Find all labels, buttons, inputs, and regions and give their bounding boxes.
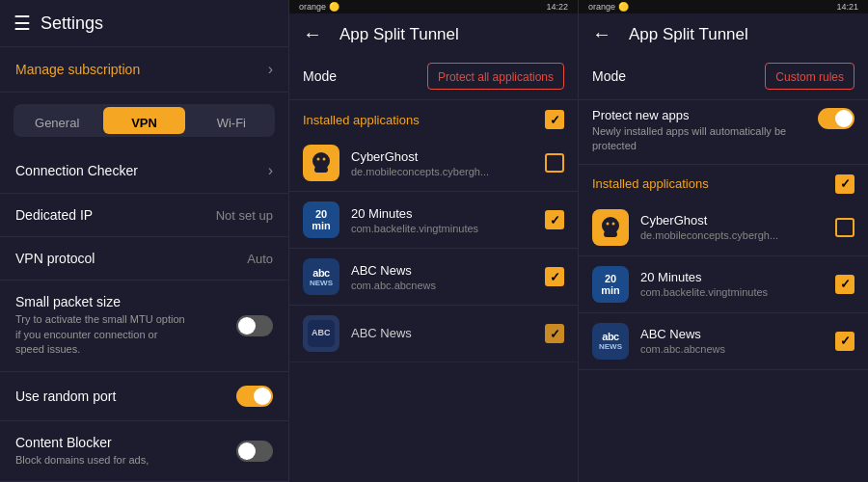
random-port-item: Use random port xyxy=(0,372,288,421)
small-packet-toggle[interactable] xyxy=(236,315,273,336)
split-back-icon-3[interactable]: ← xyxy=(592,23,611,45)
protect-new-apps-text: Protect new apps Newly installed apps wi… xyxy=(592,108,810,154)
status-bar-3: orange 🟡 14:21 xyxy=(579,0,868,13)
small-packet-sub: Try to activate the small MTU option if … xyxy=(15,312,189,357)
svg-point-10 xyxy=(607,222,610,225)
section-header-row-2: Installed applications ✓ xyxy=(289,100,578,135)
cyberghost-checkbox-2[interactable] xyxy=(545,153,564,173)
settings-panel: ☰ Settings Manage subscription › General… xyxy=(0,0,289,482)
20min-checkbox-2[interactable]: ✓ xyxy=(545,210,564,229)
split-back-icon-2[interactable]: ← xyxy=(303,23,322,45)
mode-label-2: Mode xyxy=(303,68,337,84)
app-row-abcnews-2: abc NEWS ABC News com.abc.abcnews ✓ xyxy=(289,249,578,306)
app-row-cyberghost-3: CyberGhost de.mobileconcepts.cybergh... xyxy=(579,200,868,256)
tab-vpn[interactable]: VPN xyxy=(103,107,184,134)
status-bar-2: orange 🟡 14:22 xyxy=(289,0,578,13)
small-packet-toggle-thumb xyxy=(238,317,256,335)
20min-icon-3: 20min xyxy=(592,266,629,303)
20min-info-3: 20 Minutes com.backelite.vingtminutes xyxy=(640,270,835,298)
time-3: 14:21 xyxy=(836,2,858,12)
protect-new-apps-row: Protect new apps Newly installed apps wi… xyxy=(579,100,868,165)
carrier-3: orange 🟡 xyxy=(588,2,629,12)
tab-general[interactable]: General xyxy=(16,107,97,134)
abcnews-name-2: ABC News xyxy=(351,263,545,278)
cyberghost-pkg-3: de.mobileconcepts.cybergh... xyxy=(640,229,835,241)
content-blocker-item: Content Blocker Block domains used for a… xyxy=(0,421,288,482)
svg-rect-2 xyxy=(314,167,328,173)
abcnews2-info-2: ABC News xyxy=(351,326,545,342)
small-packet-text: Small packet size Try to activate the sm… xyxy=(15,294,189,357)
select-all-checkbox-3[interactable]: ✓ xyxy=(835,174,854,194)
settings-header: ☰ Settings xyxy=(0,0,288,47)
connection-checker-item[interactable]: Connection Checker › xyxy=(0,148,288,194)
manage-subscription-row[interactable]: Manage subscription › xyxy=(0,47,288,93)
random-port-toggle-thumb xyxy=(254,388,271,405)
mode-row-2: Mode Protect all applications xyxy=(289,55,578,100)
cyberghost-logo-icon-2 xyxy=(308,149,335,176)
cyberghost-icon-2 xyxy=(303,145,339,181)
content-blocker-label: Content Blocker xyxy=(15,435,149,450)
app-row-abcnews-3: abc NEWS ABC News com.abc.abcnews ✓ xyxy=(579,313,868,370)
protect-new-apps-toggle-thumb xyxy=(835,110,853,127)
vpn-protocol-value: Auto xyxy=(247,252,273,266)
small-packet-item: Small packet size Try to activate the sm… xyxy=(0,281,288,371)
abcnews-name-3: ABC News xyxy=(640,327,835,341)
section-header-row-3: Installed applications ✓ xyxy=(579,165,868,200)
settings-title: Settings xyxy=(41,13,103,34)
cyberghost-info-2: CyberGhost de.mobileconcepts.cybergh... xyxy=(351,149,545,177)
protect-new-apps-title: Protect new apps xyxy=(592,108,810,122)
back-arrow-icon[interactable]: ☰ xyxy=(14,12,31,35)
vpn-protocol-label: VPN protocol xyxy=(15,251,95,266)
vpn-protocol-item[interactable]: VPN protocol Auto xyxy=(0,237,288,281)
dedicated-ip-item[interactable]: Dedicated IP Not set up xyxy=(0,194,288,237)
protect-new-apps-sub: Newly installed apps will automatically … xyxy=(592,124,810,154)
cyberghost-checkbox-3[interactable] xyxy=(835,218,854,237)
20min-pkg-2: com.backelite.vingtminutes xyxy=(351,223,545,234)
20min-name-3: 20 Minutes xyxy=(640,270,835,284)
abcnews-checkbox-2[interactable]: ✓ xyxy=(545,267,564,286)
20min-checkbox-3[interactable]: ✓ xyxy=(835,275,854,294)
20min-info-2: 20 Minutes com.backelite.vingtminutes xyxy=(351,206,545,234)
protect-new-apps-toggle[interactable] xyxy=(818,108,854,129)
app-row-20min-3: 20min 20 Minutes com.backelite.vingtminu… xyxy=(579,256,868,313)
cyberghost-icon-3 xyxy=(592,209,629,246)
random-port-label: Use random port xyxy=(15,388,116,404)
mode-label-3: Mode xyxy=(592,68,626,84)
split-tunnel-panel-2: orange 🟡 14:22 ← App Split Tunnel Mode P… xyxy=(289,0,579,482)
time-2: 14:22 xyxy=(546,2,568,12)
manage-subscription-label: Manage subscription xyxy=(15,62,140,77)
abcnews-pkg-3: com.abc.abcnews xyxy=(640,343,835,355)
svg-point-4 xyxy=(323,158,326,161)
split-title-3: App Split Tunnel xyxy=(629,25,748,44)
abcnews2-name-2: ABC News xyxy=(351,326,545,340)
svg-text:ABC: ABC xyxy=(312,328,331,337)
mode-value-box-2[interactable]: Protect all applications xyxy=(427,63,564,90)
20min-name-2: 20 Minutes xyxy=(351,206,545,221)
mode-value-box-3[interactable]: Custom rules xyxy=(765,63,854,90)
svg-rect-9 xyxy=(604,231,617,237)
abcnews2-icon-2: ABC xyxy=(303,315,339,352)
abcnews2-checkbox-2[interactable]: ✓ xyxy=(545,324,564,343)
cyberghost-pkg-2: de.mobileconcepts.cybergh... xyxy=(351,166,545,177)
app-row-20min-2: 20min 20 Minutes com.backelite.vingtminu… xyxy=(289,192,578,249)
select-all-checkbox-2[interactable]: ✓ xyxy=(545,110,564,129)
abcnews-pkg-2: com.abc.abcnews xyxy=(351,280,545,291)
content-blocker-toggle[interactable] xyxy=(236,441,273,462)
abcnews-icon-3: abc NEWS xyxy=(592,323,629,360)
20min-pkg-3: com.backelite.vingtminutes xyxy=(640,286,835,298)
split-tunnel-panel-3: orange 🟡 14:21 ← App Split Tunnel Mode C… xyxy=(579,0,868,482)
section-header-text-2: Installed applications xyxy=(303,113,420,127)
abcnews-checkbox-3[interactable]: ✓ xyxy=(835,332,854,351)
manage-subscription-chevron-icon: › xyxy=(268,61,273,78)
dedicated-ip-label: Dedicated IP xyxy=(15,207,93,223)
tab-wifi[interactable]: Wi-Fi xyxy=(191,107,272,134)
tab-row: General VPN Wi-Fi xyxy=(14,104,275,137)
split-header-3: ← App Split Tunnel xyxy=(579,13,868,55)
cyberghost-name-2: CyberGhost xyxy=(351,149,545,164)
mode-value-text-3: Custom rules xyxy=(775,70,844,84)
cyberghost-logo-icon-3 xyxy=(597,214,624,241)
section-header-text-3: Installed applications xyxy=(592,176,709,191)
20min-icon-2: 20min xyxy=(303,201,339,238)
app-row-cyberghost-2: CyberGhost de.mobileconcepts.cybergh... xyxy=(289,135,578,192)
random-port-toggle[interactable] xyxy=(236,386,273,407)
